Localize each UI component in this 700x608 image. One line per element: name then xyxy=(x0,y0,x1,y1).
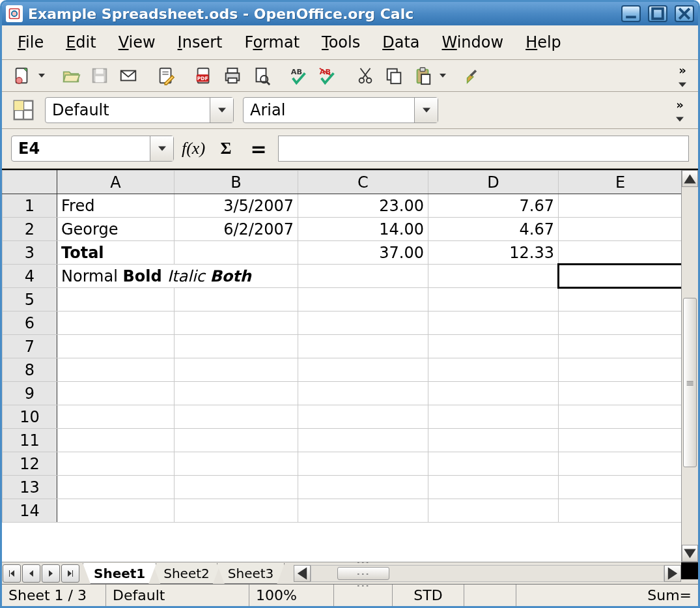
row-header-13[interactable]: 13 xyxy=(3,476,57,499)
menu-format[interactable]: Format xyxy=(235,29,309,55)
cut-icon[interactable] xyxy=(352,63,378,89)
cell-D12[interactable] xyxy=(428,452,559,476)
cell-E4-active[interactable] xyxy=(559,265,682,288)
maximize-button[interactable] xyxy=(648,5,667,22)
copy-icon[interactable] xyxy=(381,63,407,89)
cell-D8[interactable] xyxy=(428,358,559,382)
paste-icon[interactable] xyxy=(410,63,436,89)
cell-C2[interactable]: 14.00 xyxy=(298,218,428,241)
cell-A1[interactable]: Fred xyxy=(57,194,175,218)
row-header-5[interactable]: 5 xyxy=(3,288,57,311)
cell-B9[interactable] xyxy=(175,382,298,405)
cell-D9[interactable] xyxy=(428,382,559,405)
cell-B6[interactable] xyxy=(175,311,298,335)
row-header-2[interactable]: 2 xyxy=(3,218,57,241)
auto-spellcheck-icon[interactable]: AB xyxy=(315,63,341,89)
menu-data[interactable]: Data xyxy=(373,29,428,55)
col-header-C[interactable]: C xyxy=(298,171,428,194)
cell-E11[interactable] xyxy=(559,429,682,452)
cell-C7[interactable] xyxy=(298,335,428,358)
cell-C12[interactable] xyxy=(298,452,428,476)
col-header-A[interactable]: A xyxy=(57,171,175,194)
col-header-B[interactable]: B xyxy=(175,171,298,194)
cell-E12[interactable] xyxy=(559,452,682,476)
cell-C11[interactable] xyxy=(298,429,428,452)
cell-B5[interactable] xyxy=(175,288,298,311)
cell-A10[interactable] xyxy=(57,405,175,429)
vscroll-track[interactable] xyxy=(682,187,698,545)
cell-E2[interactable] xyxy=(559,218,682,241)
new-document-dropdown[interactable] xyxy=(37,72,46,79)
cell-E8[interactable] xyxy=(559,358,682,382)
cell-B1[interactable]: 3/5/2007 xyxy=(175,194,298,218)
row-header-9[interactable]: 9 xyxy=(3,382,57,405)
minimize-button[interactable] xyxy=(621,5,641,22)
tab-next-button[interactable] xyxy=(42,564,60,583)
menu-tools[interactable]: Tools xyxy=(313,29,369,55)
sheet-tab-1[interactable]: Sheet1 xyxy=(83,563,156,584)
cell-D2[interactable]: 4.67 xyxy=(428,218,559,241)
menu-view[interactable]: View xyxy=(109,29,165,55)
cell-D1[interactable]: 7.67 xyxy=(428,194,559,218)
cell-B12[interactable] xyxy=(175,452,298,476)
print-preview-icon[interactable] xyxy=(248,63,274,89)
cell-E9[interactable] xyxy=(559,382,682,405)
cell-A11[interactable] xyxy=(57,429,175,452)
cell-A12[interactable] xyxy=(57,452,175,476)
menu-help[interactable]: Help xyxy=(516,29,570,55)
scroll-right-button[interactable] xyxy=(664,565,681,582)
cell-C14[interactable] xyxy=(298,499,428,523)
cell-B13[interactable] xyxy=(175,476,298,499)
close-button[interactable] xyxy=(675,5,694,22)
cell-A13[interactable] xyxy=(57,476,175,499)
row-header-12[interactable]: 12 xyxy=(3,452,57,476)
menu-window[interactable]: Window xyxy=(433,29,513,55)
cell-D13[interactable] xyxy=(428,476,559,499)
cell-B2[interactable]: 6/2/2007 xyxy=(175,218,298,241)
export-pdf-icon[interactable]: PDF xyxy=(191,63,217,89)
status-sum[interactable]: Sum= xyxy=(516,585,698,606)
status-selection-mode[interactable]: STD xyxy=(393,585,464,606)
cell-A2[interactable]: George xyxy=(57,218,175,241)
tab-last-button[interactable] xyxy=(61,564,79,583)
cell-style-select[interactable]: Default xyxy=(45,97,234,123)
cell-E7[interactable] xyxy=(559,335,682,358)
row-header-10[interactable]: 10 xyxy=(3,405,57,429)
cell-C3[interactable]: 37.00 xyxy=(298,241,428,265)
tab-first-button[interactable] xyxy=(3,564,21,583)
cell-D14[interactable] xyxy=(428,499,559,523)
format-paintbrush-icon[interactable] xyxy=(459,63,485,89)
grid[interactable]: A B C D E 1 Fred 3/5/2007 23.00 7.67 xyxy=(2,170,681,562)
cell-A3[interactable]: Total xyxy=(57,241,175,265)
styles-icon[interactable] xyxy=(11,98,36,123)
name-box-dropdown-button[interactable] xyxy=(150,136,173,161)
cell-B3[interactable] xyxy=(175,241,298,265)
print-icon[interactable] xyxy=(219,63,245,89)
email-icon[interactable] xyxy=(115,63,141,89)
hscroll-thumb[interactable] xyxy=(337,567,389,580)
cell-style-dropdown-button[interactable] xyxy=(210,98,233,123)
status-zoom[interactable]: 100% xyxy=(249,585,334,606)
sum-button[interactable]: Σ xyxy=(213,136,239,162)
col-header-E[interactable]: E xyxy=(559,171,682,194)
cell-E5[interactable] xyxy=(559,288,682,311)
cell-A8[interactable] xyxy=(57,358,175,382)
vertical-scrollbar[interactable] xyxy=(681,170,698,562)
cell-C6[interactable] xyxy=(298,311,428,335)
row-header-3[interactable]: 3 xyxy=(3,241,57,265)
cell-A4[interactable]: Normal Bold Italic Both xyxy=(57,265,298,288)
scroll-down-button[interactable] xyxy=(682,545,698,562)
row-header-4[interactable]: 4 xyxy=(3,265,57,288)
cell-E3[interactable] xyxy=(559,241,682,265)
cell-C1[interactable]: 23.00 xyxy=(298,194,428,218)
cell-A6[interactable] xyxy=(57,311,175,335)
toolbar-overflow[interactable]: » xyxy=(673,63,692,89)
cell-D3[interactable]: 12.33 xyxy=(428,241,559,265)
spellcheck-icon[interactable]: AB xyxy=(286,63,312,89)
font-name-dropdown-button[interactable] xyxy=(414,98,438,123)
cell-A7[interactable] xyxy=(57,335,175,358)
sheet-tab-3[interactable]: Sheet3 xyxy=(217,563,285,584)
row-header-7[interactable]: 7 xyxy=(3,335,57,358)
new-document-icon[interactable] xyxy=(8,63,35,89)
cell-E13[interactable] xyxy=(559,476,682,499)
